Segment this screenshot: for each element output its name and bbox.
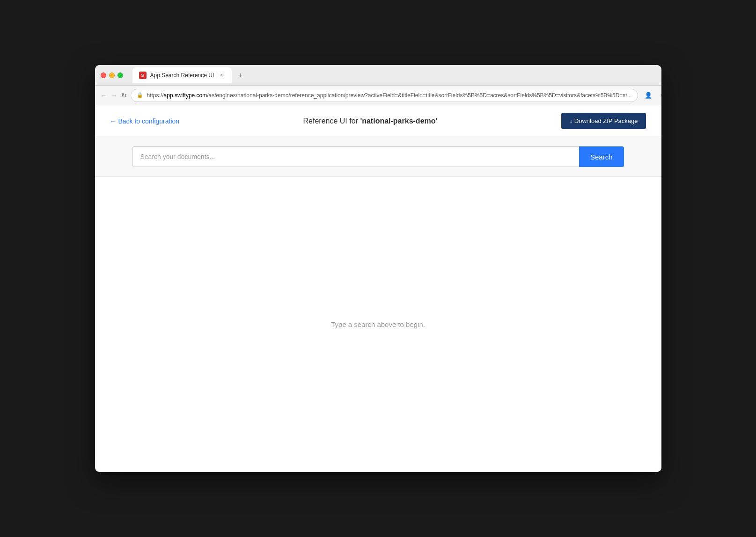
refresh-icon: ↻ <box>121 92 127 99</box>
profile-button[interactable]: 👤 <box>642 89 655 102</box>
url-domain: app.swiftype.com <box>164 92 207 99</box>
url-text: https://app.swiftype.com/as/engines/nati… <box>147 92 632 99</box>
new-tab-button[interactable]: + <box>234 69 247 82</box>
back-to-configuration-link[interactable]: ← Back to configuration <box>110 117 180 125</box>
forward-button[interactable]: → <box>111 89 117 102</box>
search-button[interactable]: Search <box>579 146 624 167</box>
app-header: ← Back to configuration Reference UI for… <box>95 105 661 137</box>
search-section: Search <box>95 137 661 177</box>
header-title-prefix: Reference UI for <box>303 117 360 125</box>
search-input[interactable] <box>132 146 579 167</box>
url-path: /as/engines/national-parks-demo/referenc… <box>207 92 631 99</box>
app-content: ← Back to configuration Reference UI for… <box>95 105 661 472</box>
forward-icon: → <box>111 92 117 99</box>
header-engine-name: 'national-parks-demo' <box>360 117 437 125</box>
url-prefix: https:// <box>147 92 164 99</box>
tab-close-button[interactable]: × <box>218 72 225 79</box>
tab-bar: S App Search Reference UI × + <box>132 67 656 83</box>
search-input-wrapper: Search <box>132 146 624 167</box>
empty-state-message: Type a search above to begin. <box>331 320 425 328</box>
maximize-traffic-light[interactable] <box>117 73 123 78</box>
download-zip-button[interactable]: ↓ Download ZIP Package <box>561 113 646 129</box>
browser-window: S App Search Reference UI × + ← → ↻ 🔒 ht… <box>95 65 661 472</box>
lock-icon: 🔒 <box>137 92 143 98</box>
header-title: Reference UI for 'national-parks-demo' <box>303 117 438 125</box>
address-bar: ← → ↻ 🔒 https://app.swiftype.com/as/engi… <box>95 86 661 105</box>
title-bar: S App Search Reference UI × + <box>95 65 661 86</box>
refresh-button[interactable]: ↻ <box>121 89 127 102</box>
main-content: Type a search above to begin. <box>95 177 661 472</box>
back-button[interactable]: ← <box>101 89 107 102</box>
tab-favicon: S <box>139 72 147 79</box>
close-traffic-light[interactable] <box>101 73 106 78</box>
tab-title: App Search Reference UI <box>150 72 214 79</box>
extensions-button[interactable]: ⚙ <box>657 89 661 102</box>
active-tab[interactable]: S App Search Reference UI × <box>132 67 232 83</box>
minimize-traffic-light[interactable] <box>109 73 115 78</box>
browser-actions: 👤 ⚙ <box>642 89 661 102</box>
traffic-lights <box>101 73 123 78</box>
back-icon: ← <box>101 92 107 99</box>
url-bar[interactable]: 🔒 https://app.swiftype.com/as/engines/na… <box>131 89 638 102</box>
